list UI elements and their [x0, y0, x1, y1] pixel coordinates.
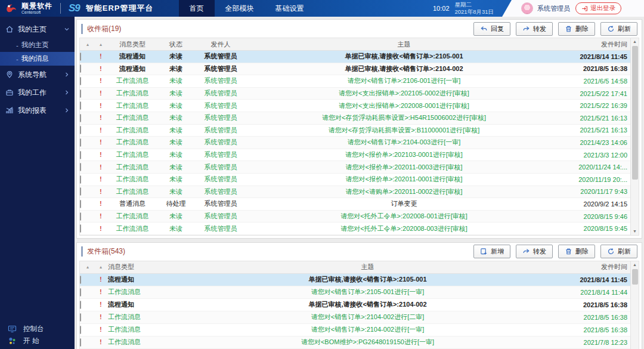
row-checkbox[interactable] [80, 301, 81, 309]
reply-button[interactable]: 回复 [473, 22, 510, 36]
delete-button[interactable]: 删除 [558, 245, 595, 258]
col-sender[interactable]: 发件人 [193, 40, 248, 49]
row-checkbox[interactable] [80, 200, 81, 208]
cell-sender: 系统管理员 [193, 163, 248, 172]
priority-column-mark[interactable]: ▴ [95, 42, 106, 47]
logout-icon [581, 5, 588, 12]
message-row[interactable]: !工作流消息未读系统管理员请您对<报价单>:202103-0001进行[审核]2… [80, 149, 630, 162]
start-button[interactable]: 开 始 [0, 335, 75, 347]
checkbox-cell [80, 301, 95, 308]
col-type[interactable]: 消息类型 [106, 262, 177, 271]
cell-subject: 请您对<BOM维护>:PG2648019150进行[一审] [177, 338, 559, 347]
col-subject[interactable]: 主题 [248, 40, 560, 49]
message-row[interactable]: !工作流消息未读系统管理员请您对<存货浮动耗损率设置>:B11000001进行[… [80, 125, 630, 137]
message-row[interactable]: !工作流消息请您对<销售订单>:2104-002进行[一审]2021/8/5 1… [80, 324, 630, 336]
new-button[interactable]: 新增 [473, 245, 510, 258]
message-row[interactable]: !工作流消息请您对<销售订单>:2105-001进行[一审]2021/8/14 … [80, 286, 630, 299]
col-subject[interactable]: 主题 [177, 262, 559, 271]
scroll-up-icon[interactable]: ▲ [631, 39, 639, 45]
row-checkbox[interactable] [80, 101, 81, 110]
cell-type: 流程通知 [106, 64, 159, 73]
row-checkbox[interactable] [80, 52, 81, 61]
row-checkbox[interactable] [80, 288, 81, 297]
sidebar-item-my-home[interactable]: 我的主页 [0, 20, 75, 38]
col-time[interactable]: 发件时间 [559, 262, 630, 271]
cell-time: 2020/8/15 9:46 [560, 213, 630, 220]
tab-all-modules[interactable]: 全部模块 [215, 0, 265, 17]
inbox-rows: !流程通知未读系统管理员单据已审核,请接收<销售订单>:2105-0012021… [80, 51, 630, 235]
row-checkbox[interactable] [80, 212, 81, 221]
message-row[interactable]: !工作流消息未读系统管理员请您对<托外工令单>:202008-003进行[审核]… [80, 223, 630, 235]
avatar[interactable] [521, 2, 533, 14]
row-checkbox[interactable] [80, 151, 81, 159]
message-row[interactable]: !流程通知未读系统管理员单据已审核,请接收<销售订单>:2104-0022021… [80, 63, 630, 76]
date-block: 星期二 2021年8月31日 [455, 1, 494, 16]
row-checkbox[interactable] [80, 138, 81, 147]
scroll-thumb[interactable] [632, 46, 638, 180]
message-row[interactable]: !工作流消息未读系统管理员请您对<报价单>:202011-0001进行[审核]2… [80, 174, 630, 186]
message-row[interactable]: !工作流消息未读系统管理员请您对<支出报销单>:202008-0001进行[审核… [80, 100, 630, 112]
refresh-icon [607, 25, 615, 33]
scroll-thumb[interactable] [632, 269, 638, 285]
outbox-scrollbar[interactable]: ▲ ▼ [630, 261, 639, 349]
message-row[interactable]: !流程通知未读系统管理员单据已审核,请接收<销售订单>:2105-0012021… [80, 51, 630, 63]
cell-subject: 单据已审核,请接收<销售订单>:2105-001 [248, 52, 560, 61]
row-checkbox[interactable] [80, 126, 81, 134]
message-row[interactable]: !流程通知单据已审核,请接收<销售订单>:2105-0012021/8/14 1… [80, 274, 630, 286]
checkbox-cell [80, 78, 95, 85]
row-checkbox[interactable] [80, 276, 81, 284]
message-row[interactable]: !工作流消息未读系统管理员请您对<存货浮动耗损率设置>:H54R15006002… [80, 112, 630, 125]
sidebar-item-my-work[interactable]: 我的工作 [0, 84, 75, 101]
cell-time: 2021/3/3 12:00 [560, 152, 630, 159]
message-row[interactable]: !工作流消息未读系统管理员请您对<托外工令单>:202008-001进行[审核]… [80, 211, 630, 223]
col-time[interactable]: 发件时间 [560, 40, 630, 49]
row-checkbox[interactable] [80, 338, 81, 347]
message-row[interactable]: !工作流消息未读系统管理员请您对<支出报销单>:202105-0002进行[审核… [80, 88, 630, 100]
row-checkbox[interactable] [80, 326, 81, 334]
row-checkbox[interactable] [80, 175, 81, 184]
checkbox-cell [80, 326, 95, 333]
logout-button[interactable]: 退出登录 [575, 2, 621, 14]
message-row[interactable]: !普通消息待处理系统管理员订单变更2020/9/2 14:15 [80, 198, 630, 211]
message-row[interactable]: !工作流消息请您对<销售订单>:2104-002进行[二审]2021/8/5 1… [80, 311, 630, 324]
cell-sender: 系统管理员 [193, 212, 248, 221]
row-checkbox[interactable] [80, 114, 81, 122]
message-row[interactable]: !工作流消息未读系统管理员请您对<销售订单>:2106-001进行[一审]202… [80, 75, 630, 88]
console-button[interactable]: 控制台 [0, 323, 75, 335]
row-checkbox[interactable] [80, 77, 81, 85]
tab-home[interactable]: 首页 [179, 0, 215, 17]
col-status[interactable]: 状态 [159, 40, 193, 49]
row-checkbox[interactable] [80, 163, 81, 171]
cell-type: 工作流消息 [106, 313, 177, 322]
refresh-button[interactable]: 刷新 [600, 245, 637, 258]
row-checkbox[interactable] [80, 313, 81, 322]
refresh-button[interactable]: 刷新 [600, 22, 637, 36]
message-row[interactable]: !流程通知单据已审核,请接收<销售订单>:2104-0022021/8/5 16… [80, 299, 630, 311]
forward-button[interactable]: 转发 [516, 22, 553, 36]
row-checkbox[interactable] [80, 64, 81, 73]
row-checkbox[interactable] [80, 89, 81, 98]
row-checkbox[interactable] [80, 224, 81, 233]
priority-column-mark[interactable]: ▴ [95, 264, 106, 270]
message-row[interactable]: !工作流消息请您对<BOM维护>:PG2648019150进行[一审]2021/… [80, 336, 630, 349]
sidebar-subitem-my-messages[interactable]: 我的消息 [0, 52, 75, 66]
scroll-up-icon[interactable]: ▲ [631, 262, 639, 268]
checkbox-cell [80, 188, 95, 195]
sidebar-subitem-my-home[interactable]: 我的主页 [0, 38, 75, 52]
delete-button[interactable]: 删除 [558, 22, 595, 36]
select-column-mark[interactable]: ▴ [80, 42, 95, 47]
message-row[interactable]: !工作流消息未读系统管理员请您对<销售订单>:2104-003进行[一审]202… [80, 137, 630, 149]
cell-sender: 系统管理员 [193, 175, 248, 184]
tab-basic-settings[interactable]: 基础设置 [265, 0, 315, 17]
message-row[interactable]: !工作流消息未读系统管理员请您对<报价单>:202011-0003进行[审核]2… [80, 161, 630, 174]
forward-button[interactable]: 转发 [516, 245, 553, 258]
sidebar-item-system-nav[interactable]: 系统导航 [0, 66, 75, 84]
col-type[interactable]: 消息类型 [106, 40, 159, 49]
select-column-mark[interactable]: ▴ [80, 264, 95, 270]
sidebar-item-my-reports[interactable]: 我的报表 [0, 101, 75, 119]
cell-status: 未读 [159, 126, 193, 135]
row-checkbox[interactable] [80, 187, 81, 196]
scroll-down-icon[interactable]: ▼ [631, 228, 639, 234]
inbox-scrollbar[interactable]: ▲ ▼ [630, 38, 639, 235]
message-row[interactable]: !工作流消息未读系统管理员请您对<请购单>:202011-0002进行[审核]2… [80, 186, 630, 199]
